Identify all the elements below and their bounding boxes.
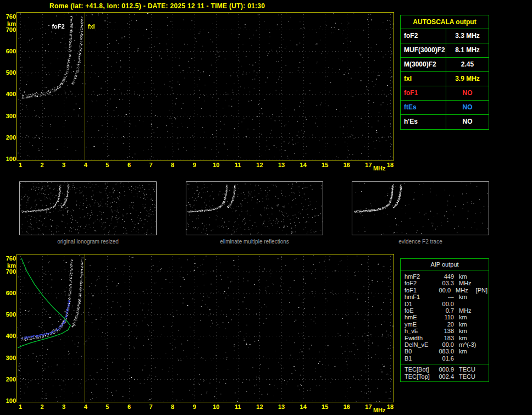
y-tick-label: 500 <box>1 69 16 76</box>
panel-caption-reflections: eliminate multiple reflections <box>186 239 323 245</box>
aip-unit: km <box>454 348 479 355</box>
x-tick-label: 3 <box>62 403 65 410</box>
panel-original-ionogram <box>19 181 157 235</box>
x-tick-label: 10 <box>213 162 219 168</box>
aip-unit: km <box>454 314 479 320</box>
aip-value: 138 <box>436 328 454 334</box>
autoscala-table-title: AUTOSCALA output <box>401 15 489 29</box>
main-ionogram-plot: foF2fxI <box>16 12 394 161</box>
aip-row: D100.0 <box>404 301 487 307</box>
panel-multiple-reflections <box>186 181 323 235</box>
aip-ionogram-plot-y-axis: 100200300400500600700760km <box>1 254 16 403</box>
aip-ionogram-plot <box>16 254 394 402</box>
x-tick-label: 7 <box>149 403 152 410</box>
aip-unit: MHz <box>454 280 479 286</box>
aip-unit: MHz <box>454 307 479 314</box>
autoscala-value: 8.1 MHz <box>446 43 489 57</box>
fxi-trace-label: fxI <box>88 24 95 30</box>
aip-value: 03.3 <box>436 280 454 286</box>
fof2-trace-label: foF2 <box>52 24 64 30</box>
y-axis-unit: km <box>1 262 16 269</box>
aip-value: 183 <box>436 335 454 341</box>
aip-row: TEC[Top]002.4TECU <box>404 373 487 380</box>
x-tick-label: 15 <box>322 162 328 168</box>
aip-param: D1 <box>404 301 436 307</box>
x-axis-unit: MHz <box>373 165 386 171</box>
x-tick-label: 6 <box>128 403 131 410</box>
panel-caption-original: original ionogram resized <box>19 239 157 245</box>
aip-param: TEC[Top] <box>404 373 436 380</box>
aip-unit <box>454 355 479 362</box>
aip-param: Ewidth <box>404 335 436 341</box>
x-tick-label: 10 <box>213 403 219 410</box>
aip-ionogram-plot-x-axis: 123456789101112131415161718MHz <box>17 403 394 414</box>
autoscala-row: h'EsNO <box>401 115 489 129</box>
x-tick-label: 16 <box>343 403 350 410</box>
x-tick-label: 12 <box>256 162 263 168</box>
page-title: Rome (lat: +41.8, lon: 012.5) - DATE: 20… <box>49 2 265 10</box>
y-tick-label: 400 <box>1 91 16 97</box>
aip-value: 00.0 <box>436 301 454 307</box>
aip-param: hmF1 <box>404 294 436 300</box>
autoscala-param: M(3000)F2 <box>401 58 446 71</box>
x-tick-label: 15 <box>322 403 328 410</box>
x-tick-label: 4 <box>84 403 87 410</box>
aip-row: h_vE138km <box>404 328 487 334</box>
aip-extra <box>479 314 487 320</box>
aip-extra <box>479 321 487 328</box>
aip-extra <box>479 341 487 348</box>
y-tick-label: 500 <box>1 311 16 318</box>
y-tick-label: 300 <box>1 355 16 361</box>
aip-row: hmF1---km <box>404 294 487 300</box>
aip-unit: km <box>454 335 479 341</box>
x-tick-label: 18 <box>387 162 394 168</box>
x-tick-label: 17 <box>365 403 372 410</box>
autoscala-app-window: Rome (lat: +41.8, lon: 012.5) - DATE: 20… <box>0 0 532 415</box>
y-tick-label: 300 <box>1 113 16 119</box>
aip-value: 110 <box>436 314 454 320</box>
autoscala-param: foF1 <box>401 86 446 100</box>
x-tick-label: 8 <box>171 162 174 168</box>
aip-unit: km <box>454 328 479 334</box>
autoscala-row: MUF(3000)F28.1 MHz <box>401 43 489 58</box>
aip-param: TEC[Bot] <box>404 366 436 373</box>
aip-unit: km <box>454 273 479 280</box>
y-tick-label: 760 <box>1 13 16 20</box>
aip-ionogram-plot-canvas <box>17 254 394 402</box>
y-tick-label: 600 <box>1 290 16 296</box>
x-tick-label: 9 <box>193 403 196 410</box>
aip-value: 20 <box>436 321 454 328</box>
aip-row: B0083.0km <box>404 348 487 355</box>
aip-row: B101.6 <box>404 355 487 362</box>
x-tick-label: 1 <box>19 162 22 168</box>
autoscala-value: 3.3 MHz <box>446 29 489 43</box>
autoscala-value: 3.9 MHz <box>446 72 489 86</box>
aip-param: foF1 <box>404 287 434 294</box>
x-tick-label: 14 <box>300 162 307 168</box>
aip-unit: km <box>454 294 479 300</box>
aip-extra <box>479 273 487 280</box>
autoscala-value: NO <box>446 86 489 100</box>
aip-param: hmE <box>404 314 436 320</box>
aip-table-body: hmF2449kmfoF203.3MHzfoF100.0MHz[PN]hmF1-… <box>401 270 489 364</box>
aip-row: ymE20km <box>404 321 487 328</box>
x-tick-label: 13 <box>278 162 285 168</box>
aip-tec-body: TEC[Bot]000.9TECUTEC[Top]002.4TECU <box>401 364 489 381</box>
y-tick-label: 600 <box>1 48 16 54</box>
x-tick-label: 5 <box>106 162 109 168</box>
x-tick-label: 5 <box>106 403 109 410</box>
x-tick-label: 12 <box>256 403 263 410</box>
autoscala-row: fxI3.9 MHz <box>401 72 489 86</box>
autoscala-value: 2.45 <box>446 58 489 71</box>
x-tick-label: 1 <box>19 403 22 410</box>
x-tick-label: 2 <box>41 403 44 410</box>
main-ionogram-plot-x-axis: 123456789101112131415161718MHz <box>17 162 394 173</box>
x-tick-label: 2 <box>41 162 44 168</box>
aip-extra <box>479 328 487 334</box>
aip-param: B0 <box>404 348 436 355</box>
aip-extra: [PN] <box>475 287 487 294</box>
y-tick-label: 760 <box>1 255 16 262</box>
x-tick-label: 6 <box>128 162 131 168</box>
aip-param: foE <box>404 307 436 314</box>
aip-unit: MHz <box>451 287 475 294</box>
